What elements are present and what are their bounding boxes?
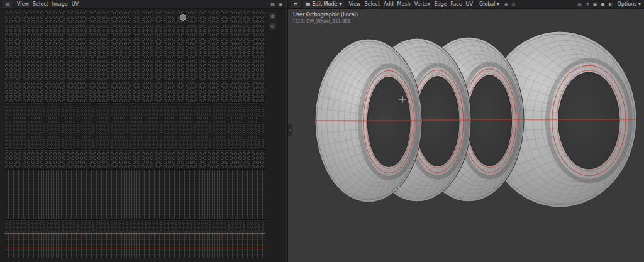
menu-image[interactable]: Image [50, 1, 70, 7]
zoom-in-icon[interactable]: ⊕ [269, 13, 276, 19]
menu-uv[interactable]: UV [70, 1, 80, 7]
proportional-edit-icon[interactable]: ◎ [511, 2, 516, 7]
orientation-dropdown[interactable]: Global ▾ [477, 1, 501, 7]
visibility-icon[interactable]: ◍ [577, 2, 582, 7]
uv-editor-icon: ▥ [6, 2, 10, 7]
menu-mesh[interactable]: Mesh [396, 1, 413, 7]
editor-type-dropdown[interactable]: ▥ [3, 1, 13, 8]
menu-select[interactable]: Select [362, 1, 382, 7]
uv-editor-header: ▥ ViewSelectImageUV ▤ ◉ [0, 0, 286, 9]
editor-type-dropdown[interactable]: ⬒ [291, 1, 301, 8]
pin-icon[interactable]: ◉ [278, 2, 283, 7]
uv-editor-panel: ▥ ViewSelectImageUV ▤ ◉ [0, 0, 286, 262]
image-browse-icon[interactable]: ▤ [270, 2, 275, 7]
menu-edge[interactable]: Edge [432, 1, 448, 7]
menu-add[interactable]: Add [382, 1, 396, 7]
uv-editor-menus: ViewSelectImageUV [15, 1, 80, 7]
viewport-menus: ViewSelectAddMeshVertexEdgeFaceUV [347, 1, 475, 7]
viewport-shading-solid-icon[interactable]: ● [600, 2, 605, 7]
magnet-icon[interactable]: ◈ [504, 2, 508, 7]
zoom-out-icon[interactable]: ⊖ [269, 23, 276, 30]
options-dropdown[interactable]: Options ▾ [616, 1, 643, 7]
menu-view[interactable]: View [15, 1, 31, 7]
menu-face[interactable]: Face [449, 1, 464, 7]
viewport-header: ⬒ ▦ Edit Mode ▾ ViewSelectAddMeshVertexE… [288, 0, 644, 9]
mode-dropdown[interactable]: ▦ Edit Mode ▾ [303, 1, 344, 8]
viewport-shading-material-icon[interactable]: ◐ [608, 2, 613, 7]
overlays-icon[interactable]: ◔ [585, 2, 590, 7]
viewport-editor-icon: ⬒ [294, 2, 298, 7]
uv-2d-cursor[interactable] [180, 15, 186, 21]
xray-icon[interactable]: ▣ [592, 2, 598, 7]
blender-window: ▥ ViewSelectImageUV ▤ ◉ [0, 0, 644, 262]
uv-grid [4, 11, 265, 258]
menu-view[interactable]: View [347, 1, 362, 7]
menu-select[interactable]: Select [31, 1, 50, 7]
edit-mode-icon: ▦ [306, 1, 311, 7]
menu-vertex[interactable]: Vertex [413, 1, 433, 7]
orientation-label: Global [479, 1, 496, 7]
chevron-down-icon: ▾ [497, 1, 499, 7]
mode-label: Edit Mode [313, 1, 338, 7]
options-label: Options [618, 1, 637, 7]
chevron-down-icon: ▾ [638, 1, 641, 7]
uv-canvas[interactable] [4, 11, 265, 258]
viewport-3d-panel: ⬒ ▦ Edit Mode ▾ ViewSelectAddMeshVertexE… [287, 0, 644, 262]
viewport-scene[interactable] [288, 9, 644, 262]
menu-uv[interactable]: UV [464, 1, 475, 7]
sidebar-toggle[interactable]: ‹ [288, 124, 292, 136]
chevron-down-icon: ▾ [339, 1, 341, 7]
